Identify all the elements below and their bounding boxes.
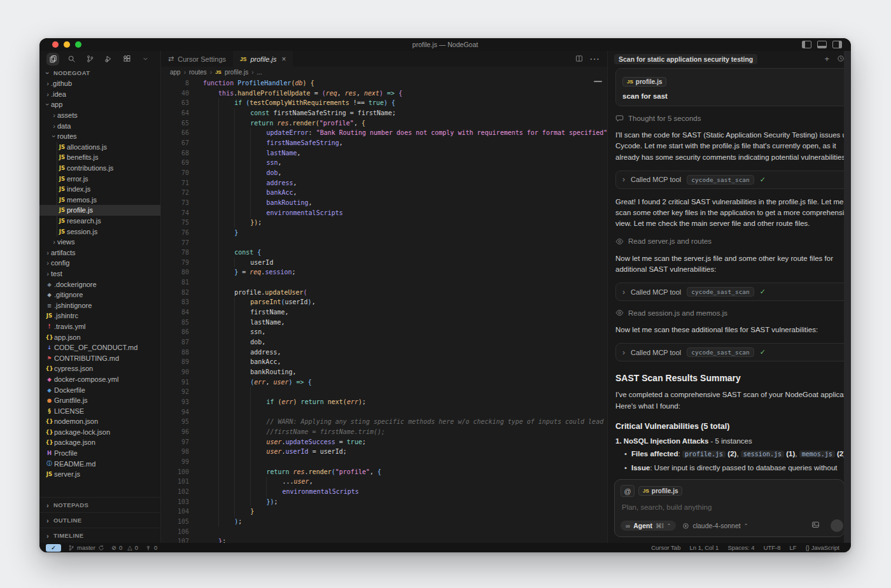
chat-messages[interactable]: JSprofile.jsscan for sastThought for 5 s… [608, 67, 851, 475]
git-branch-indicator[interactable]: master [68, 544, 104, 551]
file-item-contributing-md[interactable]: ⚑CONTRIBUTING.md [39, 353, 160, 363]
mcp-tool-call-card[interactable]: ›Called MCP toolcycode_sast_scan✓ [615, 171, 851, 189]
code-line-106: 106 [161, 527, 607, 537]
model-selector[interactable]: claude-4-sonnet ⌃ [682, 522, 748, 529]
indentation-indicator[interactable]: Spaces: 4 [727, 544, 754, 551]
language-indicator[interactable]: {} JavaScript [806, 544, 839, 551]
attach-image-icon[interactable] [811, 520, 820, 531]
folder-item-data[interactable]: ›data [39, 120, 160, 131]
search-icon[interactable] [66, 54, 76, 64]
file-item--dockerignore[interactable]: ◆.dockerignore [39, 279, 160, 290]
traffic-lights[interactable] [52, 41, 81, 48]
file-item-error-js[interactable]: JSerror.js [39, 173, 160, 184]
file-item-memos-js[interactable]: JSmemos.js [39, 195, 160, 206]
more-actions-icon[interactable]: ⋯ [589, 53, 600, 65]
mcp-tool-call-card[interactable]: ›Called MCP toolcycode_sast_scan✓ [615, 283, 851, 301]
folder-item--github[interactable]: ›.github [39, 78, 160, 89]
close-window-button[interactable] [52, 41, 59, 48]
tab-profile-js[interactable]: JS profile.js × [233, 51, 293, 67]
minimize-window-button[interactable] [64, 41, 70, 48]
file-item--travis-yml[interactable]: !.travis.yml [39, 321, 160, 332]
project-root-row[interactable]: › NODEGOAT [39, 67, 160, 78]
file-item-procfile[interactable]: HProcfile [39, 448, 160, 459]
breadcrumb[interactable]: app›routes›JSprofile.js›... [161, 67, 607, 77]
chat-scrollbar[interactable] [844, 51, 851, 543]
cursor-status-chip[interactable]: ✓ [46, 544, 61, 552]
file-item-license[interactable]: §LICENSE [39, 405, 160, 416]
maximize-window-button[interactable] [75, 41, 81, 48]
file-item-profile-js[interactable]: JSprofile.js [39, 205, 160, 216]
sidebar-section-notepads[interactable]: ›NOTEPADS [39, 497, 160, 512]
file-item-docker-compose-yml[interactable]: ◆docker-compose.yml [39, 374, 160, 385]
file-item--jshintrc[interactable]: JS.jshintrc [39, 311, 160, 321]
file-item-readme-md[interactable]: ⓘREADME.md [39, 458, 160, 469]
add-context-button[interactable]: @ [621, 485, 635, 497]
explorer-icon[interactable] [48, 54, 58, 64]
file-item-cypress-json[interactable]: {}cypress.json [39, 363, 160, 374]
breadcrumb-part[interactable]: profile.js [225, 69, 248, 76]
chat-title-tab[interactable]: Scan for static application security tes… [614, 54, 757, 64]
context-file-chip[interactable]: JS profile.js [638, 486, 682, 496]
folder-item-config[interactable]: ›config [39, 258, 160, 269]
breadcrumb-part[interactable]: ... [257, 69, 262, 76]
folder-item-routes[interactable]: ›routes [39, 131, 160, 142]
toggle-left-panel-icon[interactable] [802, 41, 811, 48]
split-editor-icon[interactable] [575, 53, 583, 65]
chat-input-box[interactable]: @ JS profile.js ∞ Agent ⌘I ⌃ [614, 479, 845, 537]
cursor-tab-status[interactable]: Cursor Tab [651, 544, 680, 551]
code-editor[interactable]: 8function ProfileHandler(db) {40this.han… [161, 77, 607, 543]
ports-indicator[interactable]: 0 [145, 544, 157, 551]
line-col-indicator[interactable]: Ln 1, Col 1 [689, 544, 719, 551]
tab-cursor-settings[interactable]: ⇄ Cursor Settings [161, 51, 233, 67]
file-item-package-lock-json[interactable]: {}package-lock.json [39, 427, 160, 438]
folder-item-test[interactable]: ›test [39, 269, 160, 279]
folder-item-app[interactable]: ›app [39, 99, 160, 110]
file-item--gitignore[interactable]: ◆.gitignore [39, 290, 160, 300]
close-tab-icon[interactable]: × [281, 55, 286, 64]
user-message[interactable]: JSprofile.jsscan for sast [615, 68, 851, 106]
file-item--jshintignore[interactable]: ≡.jshintignore [39, 300, 160, 311]
code-line-83: 83parseInt(userId), [161, 297, 607, 307]
extensions-icon[interactable] [122, 54, 132, 64]
folder-item-artifacts[interactable]: ›artifacts [39, 248, 160, 258]
sidebar-section-outline[interactable]: ›OUTLINE [39, 512, 160, 528]
file-item-session-js[interactable]: JSsession.js [39, 226, 160, 237]
eol-indicator[interactable]: LF [790, 544, 797, 551]
eye-status-row[interactable]: Read session.js and memos.js [615, 309, 851, 317]
file-item-contributions-js[interactable]: JScontributions.js [39, 163, 160, 174]
scrollbar-dash[interactable] [594, 81, 602, 82]
folder-item-assets[interactable]: ›assets [39, 110, 160, 121]
toggle-right-panel-icon[interactable] [832, 41, 842, 48]
sidebar-section-timeline[interactable]: ›TIMELINE [39, 528, 160, 543]
file-item-research-js[interactable]: JSresearch.js [39, 216, 160, 227]
breadcrumb-part[interactable]: routes [189, 69, 207, 76]
problems-indicator[interactable]: ⊘0 △0 [111, 544, 138, 551]
js-file-icon: JS [57, 228, 67, 235]
agent-mode-selector[interactable]: ∞ Agent ⌘I ⌃ [621, 521, 676, 531]
file-item-package-json[interactable]: {}package.json [39, 437, 160, 448]
file-item-server-js[interactable]: JSserver.js [39, 469, 160, 480]
file-item-index-js[interactable]: JSindex.js [39, 184, 160, 195]
breadcrumb-part[interactable]: app [170, 69, 181, 76]
chevron-down-icon[interactable] [140, 54, 150, 64]
eye-status-row[interactable]: Read server.js and routes [615, 237, 851, 246]
new-chat-icon[interactable]: + [824, 54, 829, 64]
message-file-chip[interactable]: JSprofile.js [622, 77, 666, 87]
run-debug-icon[interactable] [103, 54, 113, 64]
source-control-icon[interactable] [85, 54, 95, 64]
mcp-tool-call-card[interactable]: ›Called MCP toolcycode_sast_scan✓ [615, 343, 851, 361]
folder-item--idea[interactable]: ›.idea [39, 89, 160, 100]
chat-prompt-input[interactable] [621, 503, 830, 512]
file-item-allocations-js[interactable]: JSallocations.js [39, 142, 160, 153]
send-button[interactable] [831, 519, 843, 532]
file-item-nodemon-json[interactable]: {}nodemon.json [39, 416, 160, 427]
encoding-indicator[interactable]: UTF-8 [764, 544, 781, 551]
folder-item-views[interactable]: ›views [39, 237, 160, 248]
thought-status-row[interactable]: Thought for 5 seconds [615, 114, 851, 122]
file-item-gruntfile-js[interactable]: ●Gruntfile.js [39, 395, 160, 406]
toggle-bottom-panel-icon[interactable] [817, 41, 827, 48]
file-item-benefits-js[interactable]: JSbenefits.js [39, 152, 160, 163]
file-item-dockerfile[interactable]: ◆Dockerfile [39, 384, 160, 395]
file-item-code-of-conduct-md[interactable]: ↓CODE_OF_CONDUCT.md [39, 342, 160, 353]
file-item-app-json[interactable]: {}app.json [39, 332, 160, 342]
